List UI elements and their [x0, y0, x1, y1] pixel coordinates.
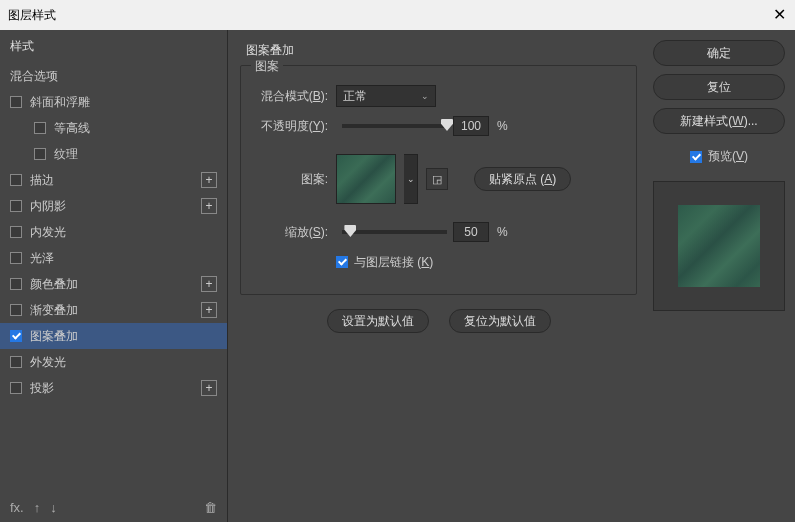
window-title: 图层样式	[8, 7, 56, 24]
style-label: 外发光	[30, 354, 217, 371]
add-effect-icon[interactable]: +	[201, 198, 217, 214]
style-item-4[interactable]: 内阴影+	[0, 193, 227, 219]
style-checkbox[interactable]	[10, 382, 22, 394]
style-label: 斜面和浮雕	[30, 94, 217, 111]
styles-sidebar: 样式 混合选项 斜面和浮雕等高线纹理描边+内阴影+内发光光泽颜色叠加+渐变叠加+…	[0, 30, 228, 522]
style-item-8[interactable]: 渐变叠加+	[0, 297, 227, 323]
add-effect-icon[interactable]: +	[201, 302, 217, 318]
pattern-label: 图案:	[251, 171, 336, 188]
scale-value[interactable]: 50	[453, 222, 489, 242]
new-style-button[interactable]: 新建样式(W)...	[653, 108, 785, 134]
close-icon[interactable]: ✕	[771, 7, 787, 23]
style-item-10[interactable]: 外发光	[0, 349, 227, 375]
blending-options[interactable]: 混合选项	[0, 63, 227, 89]
style-checkbox[interactable]	[10, 96, 22, 108]
style-checkbox[interactable]	[10, 330, 22, 342]
style-label: 纹理	[54, 146, 217, 163]
style-label: 光泽	[30, 250, 217, 267]
style-checkbox[interactable]	[34, 122, 46, 134]
style-checkbox[interactable]	[10, 200, 22, 212]
reset-button[interactable]: 复位	[653, 74, 785, 100]
scale-slider[interactable]	[342, 230, 447, 234]
style-label: 图案叠加	[30, 328, 217, 345]
move-down-icon[interactable]: ↓	[50, 500, 57, 515]
preview-checkbox[interactable]: 预览(V)	[653, 148, 785, 165]
dialog-buttons: 确定 复位 新建样式(W)... 预览(V)	[649, 30, 795, 522]
fx-icon[interactable]: fx.	[10, 500, 24, 515]
style-label: 颜色叠加	[30, 276, 201, 293]
blend-mode-label: 混合模式(B):	[251, 88, 336, 105]
style-checkbox[interactable]	[34, 148, 46, 160]
style-label: 描边	[30, 172, 201, 189]
preview-box	[653, 181, 785, 311]
link-with-layer-checkbox[interactable]: 与图层链接 (K)	[336, 254, 433, 271]
snap-origin-button[interactable]: 贴紧原点 (A)	[474, 167, 571, 191]
options-panel: 图案叠加 图案 混合模式(B): 正常 ⌄ 不透明度(Y): 100 % 图案:	[228, 30, 649, 522]
make-default-button[interactable]: 设置为默认值	[327, 309, 429, 333]
style-checkbox[interactable]	[10, 304, 22, 316]
style-item-11[interactable]: 投影+	[0, 375, 227, 401]
move-up-icon[interactable]: ↑	[34, 500, 41, 515]
style-checkbox[interactable]	[10, 174, 22, 186]
trash-icon[interactable]: 🗑	[204, 500, 217, 515]
sidebar-header: 样式	[0, 30, 227, 63]
style-label: 内发光	[30, 224, 217, 241]
style-item-7[interactable]: 颜色叠加+	[0, 271, 227, 297]
style-item-1[interactable]: 等高线	[0, 115, 227, 141]
add-effect-icon[interactable]: +	[201, 276, 217, 292]
panel-title: 图案叠加	[246, 42, 637, 59]
ok-button[interactable]: 确定	[653, 40, 785, 66]
style-checkbox[interactable]	[10, 356, 22, 368]
style-item-9[interactable]: 图案叠加	[0, 323, 227, 349]
new-preset-icon[interactable]: ◲	[426, 168, 448, 190]
style-item-2[interactable]: 纹理	[0, 141, 227, 167]
style-item-6[interactable]: 光泽	[0, 245, 227, 271]
pattern-swatch[interactable]	[336, 154, 396, 204]
opacity-slider[interactable]	[342, 124, 447, 128]
preview-swatch	[678, 205, 760, 287]
style-checkbox[interactable]	[10, 278, 22, 290]
scale-label: 缩放(S):	[251, 224, 336, 241]
add-effect-icon[interactable]: +	[201, 380, 217, 396]
opacity-label: 不透明度(Y):	[251, 118, 336, 135]
pattern-picker-caret[interactable]: ⌄	[404, 154, 418, 204]
style-label: 内阴影	[30, 198, 201, 215]
style-label: 投影	[30, 380, 201, 397]
style-item-5[interactable]: 内发光	[0, 219, 227, 245]
style-item-0[interactable]: 斜面和浮雕	[0, 89, 227, 115]
style-label: 渐变叠加	[30, 302, 201, 319]
style-checkbox[interactable]	[10, 252, 22, 264]
group-legend: 图案	[251, 58, 283, 75]
reset-default-button[interactable]: 复位为默认值	[449, 309, 551, 333]
blend-mode-select[interactable]: 正常 ⌄	[336, 85, 436, 107]
add-effect-icon[interactable]: +	[201, 172, 217, 188]
style-item-3[interactable]: 描边+	[0, 167, 227, 193]
style-label: 等高线	[54, 120, 217, 137]
opacity-value[interactable]: 100	[453, 116, 489, 136]
style-checkbox[interactable]	[10, 226, 22, 238]
chevron-down-icon: ⌄	[421, 91, 429, 101]
